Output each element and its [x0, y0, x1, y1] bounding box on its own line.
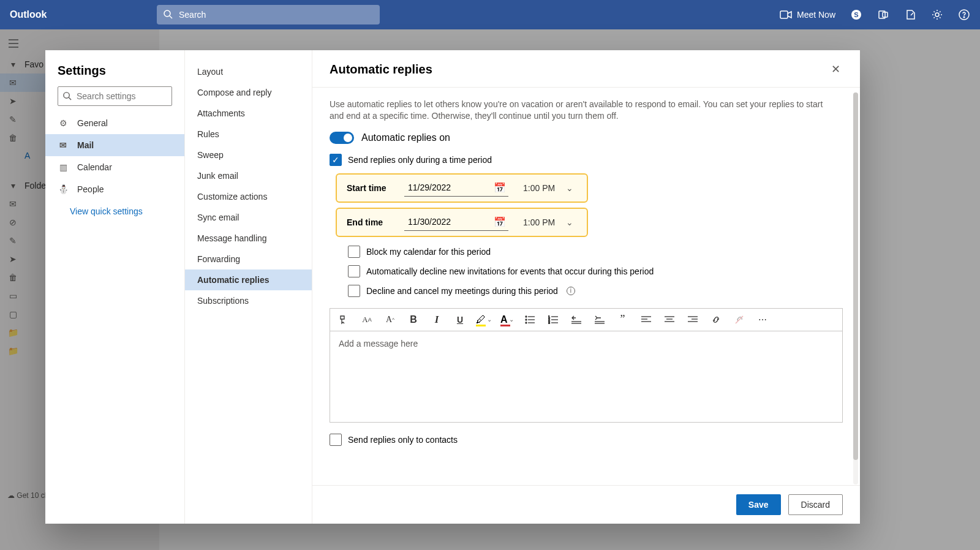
svg-point-15	[526, 316, 527, 317]
panel-description: Use automatic replies to let others know…	[330, 99, 832, 122]
calendar-icon[interactable]: 📅	[494, 182, 506, 194]
sub-forwarding[interactable]: Forwarding	[185, 249, 312, 269]
contacts-only-checkbox[interactable]	[330, 434, 342, 446]
format-painter-icon[interactable]	[336, 312, 351, 327]
toggle-label: Automatic replies on	[361, 132, 450, 143]
end-time-select[interactable]: 1:00 PM ⌄	[523, 217, 573, 227]
sub-customize[interactable]: Customize actions	[185, 186, 312, 207]
settings-subnav-col: Layout Compose and reply Attachments Rul…	[185, 50, 312, 524]
outdent-icon[interactable]	[569, 312, 584, 327]
discard-button[interactable]: Discard	[788, 494, 843, 515]
panel-header: Automatic replies ✕	[312, 50, 860, 88]
help-icon[interactable]	[958, 9, 970, 21]
gear-icon: ⚙	[58, 118, 69, 129]
decline-new-checkbox[interactable]	[348, 265, 360, 277]
start-time-label: Start time	[347, 183, 390, 193]
settings-main-panel: Automatic replies ✕ Use automatic replie…	[312, 50, 860, 524]
sub-rules[interactable]: Rules	[185, 124, 312, 145]
chevron-down-icon: ⌄	[509, 316, 514, 323]
sub-sweep[interactable]: Sweep	[185, 145, 312, 165]
save-button[interactable]: Save	[736, 494, 781, 515]
sub-layout[interactable]: Layout	[185, 61, 312, 82]
end-date-input[interactable]	[404, 214, 508, 231]
chevron-down-icon: ⌄	[566, 183, 573, 193]
message-editor[interactable]: Add a message here	[330, 331, 843, 423]
sub-message-handling[interactable]: Message handling	[185, 228, 312, 249]
start-date-input[interactable]	[404, 179, 508, 197]
global-search-wrap	[157, 5, 380, 24]
contacts-only-label: Send replies only to contacts	[348, 435, 458, 445]
bold-button[interactable]: B	[406, 312, 421, 327]
modal-overlay: Settings ⚙General ✉Mail ▥Calendar ⛄Peopl…	[0, 29, 980, 550]
meet-now-button[interactable]: Meet Now	[780, 10, 835, 20]
align-center-icon[interactable]	[662, 312, 677, 327]
settings-cat-calendar[interactable]: ▥Calendar	[45, 156, 184, 178]
video-icon	[780, 10, 792, 19]
start-date-field: 📅	[404, 179, 508, 197]
settings-cat-mail[interactable]: ✉Mail	[45, 134, 184, 156]
sub-junk[interactable]: Junk email	[185, 165, 312, 186]
teams-icon[interactable]	[877, 9, 889, 21]
svg-line-14	[69, 97, 71, 100]
editor-toolbar: AA A^ B I U 🖊⌄ A⌄ 123 ”	[330, 308, 843, 331]
auto-replies-toggle[interactable]	[330, 132, 354, 144]
meet-now-label: Meet Now	[797, 10, 835, 20]
start-time-select[interactable]: 1:00 PM ⌄	[523, 183, 573, 193]
sub-subscriptions[interactable]: Subscriptions	[185, 290, 312, 311]
settings-cat-general[interactable]: ⚙General	[45, 112, 184, 134]
svg-rect-2	[780, 11, 788, 18]
unlink-icon[interactable]	[732, 312, 747, 327]
block-calendar-label: Block my calendar for this period	[366, 247, 491, 257]
topbar-right: Meet Now S	[780, 9, 970, 21]
search-icon	[62, 91, 72, 100]
app-brand: Outlook	[10, 9, 157, 20]
decline-cancel-label: Decline and cancel my meetings during th…	[366, 286, 558, 296]
scrollbar[interactable]	[853, 92, 858, 484]
italic-button[interactable]: I	[429, 312, 444, 327]
panel-body: Use automatic replies to let others know…	[312, 88, 860, 485]
skype-icon[interactable]: S	[850, 9, 862, 21]
align-left-icon[interactable]	[639, 312, 654, 327]
svg-line-1	[170, 16, 172, 18]
time-period-checkbox[interactable]: ✓	[330, 154, 342, 166]
block-calendar-checkbox[interactable]	[348, 246, 360, 258]
font-color-button[interactable]: A⌄	[500, 314, 514, 325]
settings-search-input[interactable]	[58, 86, 172, 106]
scrollbar-thumb[interactable]	[853, 92, 858, 460]
info-icon[interactable]: i	[567, 287, 575, 295]
panel-footer: Save Discard	[312, 485, 860, 524]
settings-cat-people[interactable]: ⛄People	[45, 178, 184, 200]
font-family-icon[interactable]: AA	[360, 312, 374, 327]
time-period-check-row: ✓ Send replies only during a time period	[330, 154, 843, 166]
chevron-down-icon: ⌄	[487, 316, 492, 323]
calendar-icon[interactable]: 📅	[494, 216, 506, 228]
sub-attachments[interactable]: Attachments	[185, 103, 312, 124]
people-icon: ⛄	[58, 184, 69, 195]
sub-sync[interactable]: Sync email	[185, 207, 312, 228]
decline-new-label: Automatically decline new invitations fo…	[366, 266, 654, 276]
close-button[interactable]: ✕	[829, 60, 843, 78]
svg-point-7	[935, 13, 939, 17]
svg-point-9	[963, 17, 965, 18]
sub-automatic-replies[interactable]: Automatic replies	[185, 269, 312, 290]
link-icon[interactable]	[709, 312, 723, 327]
global-search-input[interactable]	[157, 5, 380, 24]
decline-cancel-checkbox[interactable]	[348, 285, 360, 297]
view-quick-settings-link[interactable]: View quick settings	[45, 200, 184, 222]
settings-gear-icon[interactable]	[931, 9, 943, 21]
more-options-icon[interactable]: ⋯	[755, 312, 770, 327]
settings-title: Settings	[45, 64, 184, 86]
end-time-block: End time 📅 1:00 PM ⌄	[336, 208, 588, 237]
highlight-button[interactable]: 🖊⌄	[476, 314, 492, 325]
sub-compose[interactable]: Compose and reply	[185, 82, 312, 103]
bullet-list-icon[interactable]	[522, 312, 537, 327]
align-right-icon[interactable]	[685, 312, 700, 327]
font-size-icon[interactable]: A^	[383, 312, 398, 327]
quote-icon[interactable]: ”	[616, 312, 630, 327]
indent-icon[interactable]	[592, 312, 607, 327]
block-calendar-row: Block my calendar for this period	[348, 246, 843, 258]
svg-point-0	[164, 10, 170, 17]
number-list-icon[interactable]: 123	[546, 312, 560, 327]
underline-button[interactable]: U	[453, 312, 467, 327]
note-icon[interactable]	[904, 9, 916, 21]
